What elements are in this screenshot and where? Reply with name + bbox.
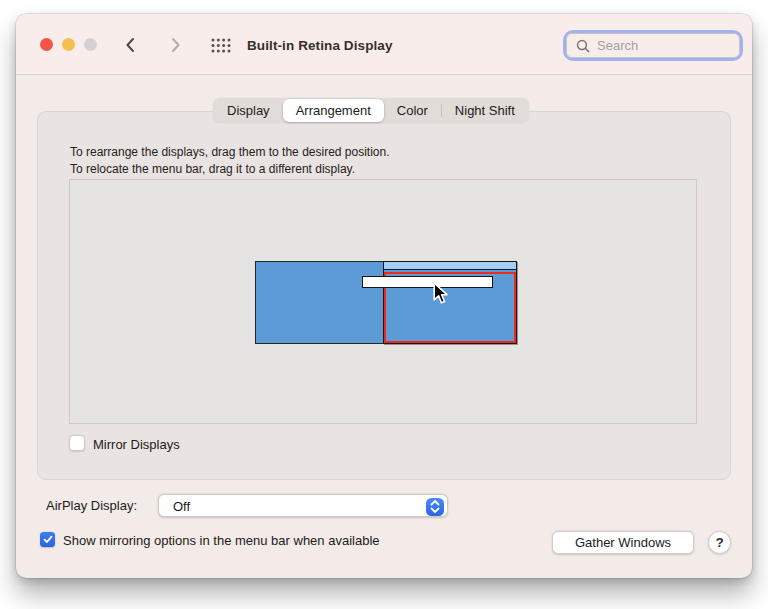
arrangement-canvas	[69, 179, 697, 424]
chevron-down-icon	[430, 507, 440, 513]
show-mirroring-options-checkbox[interactable]	[40, 532, 55, 547]
gather-windows-button[interactable]: Gather Windows	[552, 531, 694, 554]
show-all-grid-icon[interactable]	[211, 38, 231, 53]
menu-bar-drag-handle[interactable]	[362, 276, 493, 288]
tab-arrangement[interactable]: Arrangement	[283, 99, 384, 122]
titlebar: Built-in Retina Display	[16, 14, 752, 75]
tab-night-shift[interactable]: Night Shift	[442, 99, 528, 122]
tab-bar: Display Arrangement Color Night Shift	[213, 98, 529, 123]
help-button[interactable]: ?	[708, 531, 731, 554]
instructions-text: To rearrange the displays, drag them to …	[70, 144, 390, 178]
right-display-highlighted[interactable]	[383, 261, 517, 344]
menubar-slot	[384, 262, 516, 270]
airplay-dropdown-value: Off	[173, 499, 190, 514]
gather-windows-label: Gather Windows	[575, 535, 671, 550]
instructions-line2: To relocate the menu bar, drag it to a d…	[70, 161, 390, 178]
search-input[interactable]	[590, 34, 752, 57]
search-field[interactable]	[566, 33, 740, 58]
tab-color[interactable]: Color	[384, 99, 441, 122]
mirror-displays-label: Mirror Displays	[93, 437, 180, 452]
zoom-button	[84, 38, 97, 51]
window-title: Built-in Retina Display	[247, 38, 393, 53]
system-preferences-window: Built-in Retina Display Display Arrangem…	[16, 14, 752, 578]
search-icon	[576, 39, 590, 53]
checkmark-icon	[43, 535, 53, 544]
search-focus-ring	[563, 30, 743, 61]
dropdown-stepper-icon	[426, 498, 444, 516]
instructions-line1: To rearrange the displays, drag them to …	[70, 144, 390, 161]
show-mirroring-options-label: Show mirroring options in the menu bar w…	[63, 533, 380, 548]
back-icon[interactable]	[122, 36, 140, 54]
chevron-up-icon	[430, 500, 440, 506]
mirror-displays-checkbox[interactable]	[69, 435, 85, 451]
close-button[interactable]	[40, 38, 53, 51]
left-display[interactable]	[255, 261, 384, 344]
airplay-display-label: AirPlay Display:	[46, 498, 137, 513]
forward-icon	[166, 36, 184, 54]
tab-display[interactable]: Display	[214, 99, 283, 122]
minimize-button[interactable]	[62, 38, 75, 51]
help-question-mark: ?	[715, 535, 723, 550]
mouse-cursor-icon	[432, 282, 449, 306]
airplay-dropdown[interactable]: Off	[158, 494, 448, 517]
